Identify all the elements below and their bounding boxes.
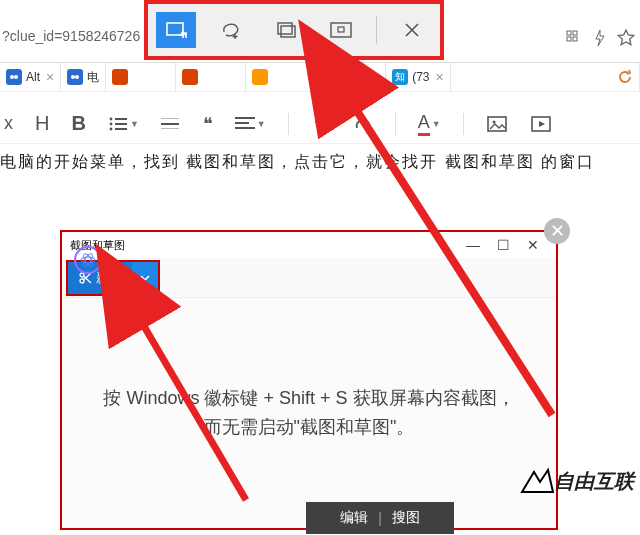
bold-button[interactable]: B — [71, 112, 85, 135]
refresh-icon — [617, 69, 633, 85]
favicon-icon — [182, 69, 198, 85]
annotation-badge — [74, 246, 102, 274]
tab-strip: Alt × 电 知 (73 × — [0, 62, 640, 92]
svg-rect-20 — [161, 118, 179, 119]
svg-point-13 — [110, 117, 113, 120]
search-image-button[interactable]: 搜图 — [392, 509, 420, 527]
snip-freeform-button[interactable] — [211, 12, 251, 48]
formatting-toolbar: x H B ▼ ❝ ▼ A▼ — [0, 104, 640, 144]
close-format-button[interactable]: x — [4, 113, 13, 134]
browser-tab[interactable] — [316, 63, 386, 91]
tab-close-icon[interactable]: × — [436, 69, 444, 85]
favicon-icon — [252, 69, 268, 85]
tab-label: Alt — [26, 70, 40, 84]
apps-icon[interactable] — [564, 28, 584, 48]
browser-tab[interactable] — [176, 63, 246, 91]
star-icon[interactable] — [616, 28, 636, 48]
browser-tab[interactable] — [106, 63, 176, 91]
svg-rect-19 — [161, 123, 179, 125]
svg-rect-4 — [167, 23, 183, 35]
hint-text: 按 Windows 徽标键 + Shift + S 获取屏幕内容截图， 而无需启… — [73, 384, 544, 442]
favicon-icon — [6, 69, 22, 85]
align-button[interactable]: ▼ — [235, 117, 266, 131]
close-overlay-button[interactable]: ✕ — [544, 218, 570, 244]
svg-point-10 — [14, 75, 18, 79]
article-text: 电脑的开始菜单，找到 截图和草图，点击它，就会找开 截图和草图 的窗口 — [0, 152, 640, 173]
snip-rectangle-button[interactable] — [156, 12, 196, 48]
svg-point-9 — [10, 75, 14, 79]
svg-point-26 — [492, 120, 495, 123]
new-button-label: 新建 — [96, 269, 122, 287]
image-button[interactable] — [486, 115, 508, 133]
chevron-down-icon — [140, 275, 150, 281]
snip-window-button[interactable] — [266, 12, 306, 48]
svg-rect-24 — [235, 127, 255, 129]
svg-rect-6 — [281, 26, 295, 37]
undo-button[interactable] — [311, 117, 331, 131]
snip-close-button[interactable] — [392, 12, 432, 48]
heading-button[interactable]: H — [35, 112, 49, 135]
svg-rect-5 — [278, 23, 292, 34]
redo-button[interactable] — [353, 117, 373, 131]
svg-point-12 — [75, 75, 79, 79]
snipwin-toolbar: 新建 — [62, 258, 556, 298]
svg-rect-18 — [115, 128, 127, 130]
svg-point-17 — [110, 127, 113, 130]
svg-rect-8 — [338, 27, 344, 32]
separator — [288, 113, 289, 135]
separator — [463, 113, 464, 135]
image-action-bar: 编辑 | 搜图 — [306, 502, 454, 534]
new-snip-dropdown[interactable] — [132, 262, 158, 294]
window-close-button[interactable]: ✕ — [518, 237, 548, 253]
svg-point-11 — [71, 75, 75, 79]
edit-button[interactable]: 编辑 — [340, 509, 368, 527]
favicon-icon: 知 — [392, 69, 408, 85]
browser-tab[interactable]: 电 — [61, 63, 106, 91]
quote-button[interactable]: ❝ — [203, 113, 213, 135]
snip-fullscreen-button[interactable] — [321, 12, 361, 48]
list-button[interactable]: ▼ — [108, 116, 139, 132]
svg-rect-21 — [161, 128, 179, 129]
favicon-icon — [67, 69, 83, 85]
favicon-icon — [322, 69, 338, 85]
tab-close-icon[interactable]: × — [46, 69, 54, 85]
svg-rect-1 — [573, 31, 577, 35]
tab-label: 电 — [87, 69, 99, 86]
watermark: 自由互联 — [520, 465, 634, 497]
tab-label: (73 — [412, 70, 429, 84]
snip-sketch-window: 截图和草图 — ☐ ✕ 新建 按 Windows 徽标键 + Shift + S… — [60, 230, 558, 530]
svg-rect-3 — [573, 37, 577, 41]
svg-rect-22 — [235, 117, 255, 119]
svg-point-30 — [81, 257, 95, 263]
favicon-icon — [112, 69, 128, 85]
flash-icon[interactable] — [590, 28, 610, 48]
window-titlebar[interactable]: 截图和草图 — ☐ ✕ — [62, 232, 556, 258]
browser-tab[interactable] — [246, 63, 316, 91]
separator — [395, 113, 396, 135]
browser-tab[interactable]: 知 (73 × — [386, 63, 451, 91]
svg-rect-7 — [331, 23, 351, 37]
svg-rect-23 — [235, 122, 249, 124]
separator: | — [378, 510, 382, 526]
window-minimize-button[interactable]: — — [458, 237, 488, 253]
svg-point-15 — [110, 122, 113, 125]
hr-button[interactable] — [161, 117, 181, 131]
svg-rect-2 — [567, 37, 571, 41]
browser-actions — [564, 28, 636, 48]
separator — [376, 16, 377, 44]
atom-icon — [80, 252, 96, 268]
url-fragment: ?clue_id=9158246726 — [0, 28, 140, 44]
snip-mode-toolbar — [144, 0, 444, 60]
font-color-button[interactable]: A▼ — [418, 112, 441, 136]
watermark-logo-icon — [520, 466, 554, 496]
svg-rect-14 — [115, 118, 127, 120]
window-maximize-button[interactable]: ☐ — [488, 237, 518, 253]
svg-rect-0 — [567, 31, 571, 35]
snipwin-body: 按 Windows 徽标键 + Shift + S 获取屏幕内容截图， 而无需启… — [62, 298, 556, 528]
tab-overflow[interactable] — [451, 63, 640, 91]
svg-rect-16 — [115, 123, 127, 125]
browser-tab[interactable]: Alt × — [0, 63, 61, 91]
video-button[interactable] — [530, 115, 552, 133]
